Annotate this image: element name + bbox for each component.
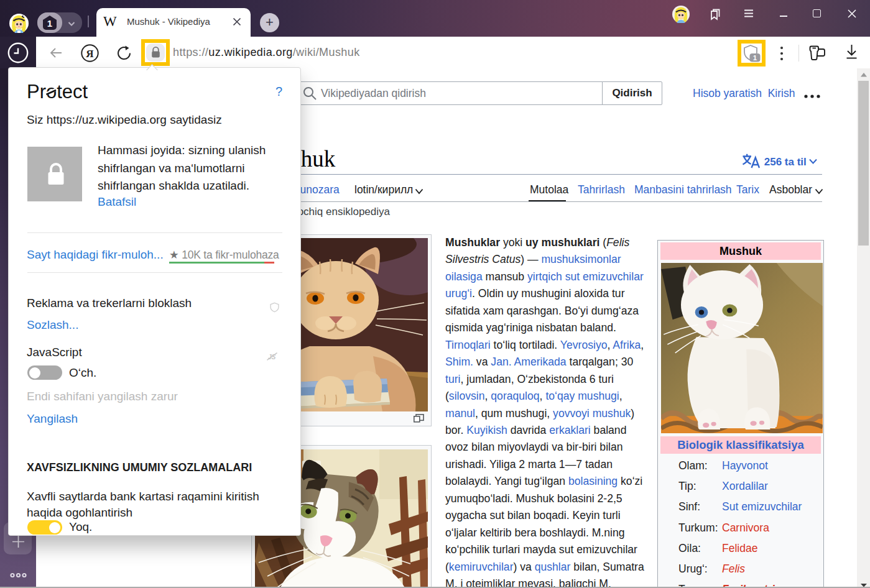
svg-text:1: 1: [753, 54, 757, 62]
svg-text:Я: Я: [86, 48, 93, 60]
